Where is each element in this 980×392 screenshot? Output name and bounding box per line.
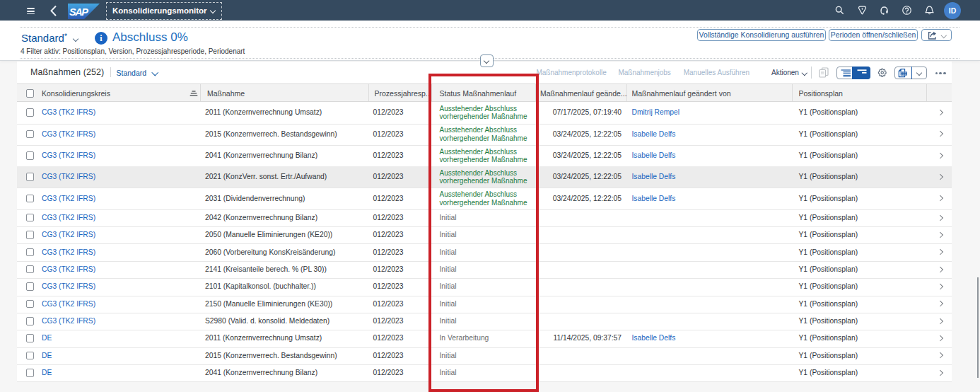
- svg-text:SAP: SAP: [69, 6, 88, 18]
